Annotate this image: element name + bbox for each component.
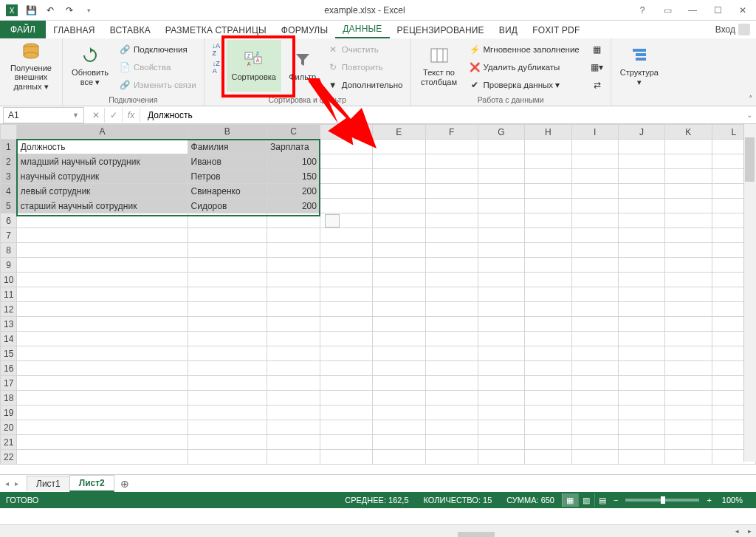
consolidate-button[interactable]: ▦ — [588, 41, 606, 58]
sheet-tab-Лист1[interactable]: Лист1 — [27, 476, 70, 491]
cell-C21[interactable] — [267, 435, 320, 450]
cell-C14[interactable] — [267, 332, 320, 346]
cell-D12[interactable] — [320, 302, 372, 317]
cell-E9[interactable] — [373, 258, 425, 273]
cell-E7[interactable] — [373, 228, 425, 243]
cell-G11[interactable] — [478, 287, 524, 302]
expand-formula-bar[interactable]: ⌄ — [743, 111, 756, 119]
cell-G18[interactable] — [478, 391, 524, 406]
save-button[interactable]: 💾 — [22, 2, 40, 18]
cell-H2[interactable] — [525, 154, 571, 169]
cell-K16[interactable] — [665, 361, 712, 376]
cell-J15[interactable] — [618, 346, 664, 361]
cell-H1[interactable] — [525, 140, 571, 154]
cell-J11[interactable] — [618, 287, 664, 302]
cell-E10[interactable] — [373, 273, 425, 287]
cell-A16[interactable] — [17, 361, 188, 376]
cell-C8[interactable] — [267, 243, 320, 258]
cell-C5[interactable]: 200 — [267, 199, 320, 213]
cell-A3[interactable]: научный сотрудник — [17, 169, 188, 184]
cell-B5[interactable]: Сидоров — [188, 199, 267, 213]
tab-рецензирование[interactable]: РЕЦЕНЗИРОВАНИЕ — [390, 22, 492, 38]
sort-az-button[interactable]: ↓AZ — [210, 41, 222, 58]
cell-H15[interactable] — [525, 346, 571, 361]
cell-K14[interactable] — [665, 332, 712, 346]
cell-G22[interactable] — [478, 450, 524, 465]
cell-I6[interactable] — [571, 213, 618, 228]
cell-C7[interactable] — [267, 228, 320, 243]
cell-I12[interactable] — [571, 302, 618, 317]
cell-K4[interactable] — [665, 184, 712, 199]
cell-C20[interactable] — [267, 420, 320, 435]
cell-F17[interactable] — [425, 376, 478, 391]
cell-F9[interactable] — [425, 258, 478, 273]
cell-B6[interactable] — [188, 213, 267, 228]
data-validation-button[interactable]: ✔Проверка данных ▾ — [466, 77, 583, 93]
cell-H8[interactable] — [525, 243, 571, 258]
tab-главная[interactable]: ГЛАВНАЯ — [46, 22, 102, 38]
cell-K9[interactable] — [665, 258, 712, 273]
cell-J19[interactable] — [618, 406, 664, 420]
cell-J21[interactable] — [618, 435, 664, 450]
sort-za-button[interactable]: ↓ZA — [210, 59, 222, 75]
cell-B13[interactable] — [188, 317, 267, 332]
col-header-A[interactable]: A — [17, 125, 188, 140]
cell-I9[interactable] — [571, 258, 618, 273]
sheet-tab-Лист2[interactable]: Лист2 — [69, 475, 114, 492]
cell-H12[interactable] — [525, 302, 571, 317]
cell-E8[interactable] — [373, 243, 425, 258]
cell-J7[interactable] — [618, 228, 664, 243]
cell-F2[interactable] — [425, 154, 478, 169]
cell-I17[interactable] — [571, 376, 618, 391]
cell-H13[interactable] — [525, 317, 571, 332]
cell-F13[interactable] — [425, 317, 478, 332]
row-header-4[interactable]: 4 — [1, 184, 17, 199]
normal-view-button[interactable]: ▦ — [562, 493, 578, 507]
refresh-all-button[interactable]: Обновить все ▾ — [67, 40, 113, 92]
minimize-button[interactable]: — — [682, 3, 703, 18]
cell-E4[interactable] — [373, 184, 425, 199]
cell-G4[interactable] — [478, 184, 524, 199]
cell-D8[interactable] — [320, 243, 372, 258]
row-header-22[interactable]: 22 — [1, 450, 17, 465]
cell-A15[interactable] — [17, 346, 188, 361]
cell-B20[interactable] — [188, 420, 267, 435]
cell-C18[interactable] — [267, 391, 320, 406]
select-all-corner[interactable] — [1, 125, 17, 140]
cell-C9[interactable] — [267, 258, 320, 273]
col-header-B[interactable]: B — [188, 125, 267, 140]
cell-A8[interactable] — [17, 243, 188, 258]
cell-B2[interactable]: Иванов — [188, 154, 267, 169]
cell-D20[interactable] — [320, 420, 372, 435]
cell-I14[interactable] — [571, 332, 618, 346]
cell-B19[interactable] — [188, 406, 267, 420]
formula-input[interactable] — [145, 109, 743, 122]
tab-вставка[interactable]: ВСТАВКА — [103, 22, 158, 38]
col-header-J[interactable]: J — [618, 125, 664, 140]
cell-A5[interactable]: старший научный сотрудник — [17, 199, 188, 213]
cell-F7[interactable] — [425, 228, 478, 243]
maximize-button[interactable]: ☐ — [707, 3, 728, 18]
cell-B3[interactable]: Петров — [188, 169, 267, 184]
cell-E11[interactable] — [373, 287, 425, 302]
cell-A7[interactable] — [17, 228, 188, 243]
tab-file[interactable]: ФАЙЛ — [0, 21, 46, 38]
cell-H7[interactable] — [525, 228, 571, 243]
cell-E17[interactable] — [373, 376, 425, 391]
close-button[interactable]: ✕ — [732, 3, 753, 18]
cell-D3[interactable] — [320, 169, 372, 184]
cell-G16[interactable] — [478, 361, 524, 376]
cell-K2[interactable] — [665, 154, 712, 169]
cell-C12[interactable] — [267, 302, 320, 317]
tab-данные[interactable]: ДАННЫЕ — [335, 21, 389, 38]
cell-B18[interactable] — [188, 391, 267, 406]
cell-D19[interactable] — [320, 406, 372, 420]
row-header-19[interactable]: 19 — [1, 406, 17, 420]
cell-D18[interactable] — [320, 391, 372, 406]
cell-F4[interactable] — [425, 184, 478, 199]
cell-F19[interactable] — [425, 406, 478, 420]
cell-K19[interactable] — [665, 406, 712, 420]
cell-E14[interactable] — [373, 332, 425, 346]
cell-H6[interactable] — [525, 213, 571, 228]
cell-K15[interactable] — [665, 346, 712, 361]
